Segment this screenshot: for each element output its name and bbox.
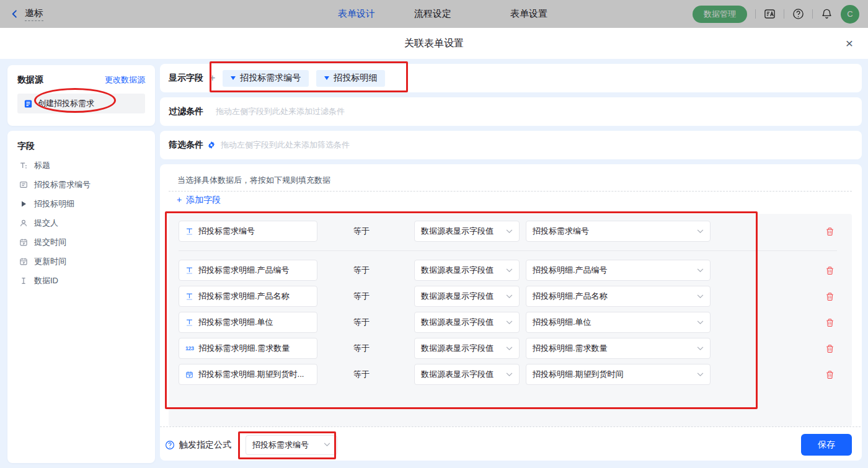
filter-condition-label: 过滤条件 xyxy=(169,106,203,117)
add-field-link[interactable]: +添加字段 xyxy=(177,195,221,206)
field-item-detail[interactable]: 招投标明细 xyxy=(7,194,155,213)
text-icon xyxy=(185,293,193,301)
chevron-down-icon xyxy=(697,229,704,234)
number-icon: 123 xyxy=(185,345,194,351)
chevron-down-icon xyxy=(506,268,513,273)
rule-row: 招投标需求编号 等于 数据源表显示字段值 招投标需求编号 xyxy=(179,221,842,242)
datasource-heading: 数据源 xyxy=(17,74,43,86)
field-item-label: 更新时间 xyxy=(34,256,66,267)
trash-icon[interactable] xyxy=(825,318,835,327)
expand-triangle-icon[interactable] xyxy=(19,201,29,207)
document-icon xyxy=(24,99,33,108)
trigger-formula-dropdown[interactable]: 招投标需求编号 xyxy=(246,435,337,455)
language-icon[interactable] xyxy=(764,8,776,20)
trash-icon[interactable] xyxy=(825,266,835,275)
field-item-submit-time[interactable]: 提交时间 xyxy=(7,232,155,252)
field-item-label: 招投标明细 xyxy=(34,198,74,210)
target-field-dropdown[interactable]: 招投标明细.需求数量 xyxy=(526,338,711,359)
back-button[interactable] xyxy=(10,9,19,19)
chevron-down-icon xyxy=(506,320,513,325)
filter-dropzone[interactable]: 拖动左侧字段到此处来添加过滤条件 xyxy=(216,106,345,117)
panel-footer: 触发指定公式 招投标需求编号 保存 xyxy=(165,429,852,461)
text-icon xyxy=(185,319,193,327)
tab-flow-settings[interactable]: 流程设定 xyxy=(414,8,451,20)
rule-field-box[interactable]: 123 招投标需求明细.需求数量 xyxy=(179,338,317,359)
filter-condition-row: 过滤条件 拖动左侧字段到此处来添加过滤条件 xyxy=(160,97,862,126)
trash-icon[interactable] xyxy=(825,344,835,353)
field-item-serial[interactable]: 招投标需求编号 xyxy=(7,175,155,194)
source-value-dropdown[interactable]: 数据源表显示字段值 xyxy=(414,364,520,385)
field-item-label: 招投标需求编号 xyxy=(34,179,91,190)
target-field-dropdown[interactable]: 招投标需求编号 xyxy=(526,221,711,242)
trash-icon[interactable] xyxy=(825,227,835,236)
source-value-dropdown[interactable]: 数据源表显示字段值 xyxy=(414,286,520,307)
top-bar: 邀标 表单设计 流程设定 表单设置 数据管理 xyxy=(0,0,868,28)
target-field-dropdown[interactable]: 招投标明细.产品名称 xyxy=(526,286,711,307)
id-icon xyxy=(19,276,29,285)
field-item-data-id[interactable]: 数据ID xyxy=(7,271,155,290)
field-item-label: 数据ID xyxy=(34,275,58,286)
rule-field-box[interactable]: 招投标需求明细.产品编号 xyxy=(179,260,317,281)
datasource-item[interactable]: 创建招投标需求 xyxy=(17,94,145,113)
equals-label: 等于 xyxy=(353,291,407,302)
back-chevron-icon xyxy=(10,9,19,19)
change-datasource-link[interactable]: 更改数据源 xyxy=(105,74,145,86)
equals-label: 等于 xyxy=(353,317,407,328)
form-name-label[interactable]: 邀标 xyxy=(25,7,43,21)
rule-field-box[interactable]: 招投标需求明细.期望到货时... xyxy=(179,364,317,385)
chevron-down-icon xyxy=(506,347,513,351)
screen-dropzone[interactable]: 拖动左侧字段到此处来添加筛选条件 xyxy=(221,139,350,151)
display-field-chip[interactable]: 招投标需求编号 xyxy=(223,70,309,87)
user-icon xyxy=(19,219,29,227)
target-field-dropdown[interactable]: 招投标明细.期望到货时间 xyxy=(526,364,711,385)
source-value-dropdown[interactable]: 数据源表显示字段值 xyxy=(414,221,520,242)
gear-icon[interactable] xyxy=(207,141,216,149)
divider xyxy=(755,9,756,19)
chip-label: 招投标需求编号 xyxy=(240,73,301,84)
notification-bell-icon[interactable] xyxy=(821,8,833,20)
trash-icon[interactable] xyxy=(825,292,835,301)
rule-row: 招投标需求明细.产品名称 等于 数据源表显示字段值 招投标明细.产品名称 xyxy=(179,286,842,307)
trash-icon[interactable] xyxy=(825,370,835,379)
save-button[interactable]: 保存 xyxy=(801,434,852,456)
chip-label: 招投标明细 xyxy=(334,73,377,84)
tab-form-settings[interactable]: 表单设置 xyxy=(510,8,547,20)
caret-down-icon xyxy=(324,76,329,80)
divider xyxy=(169,191,852,192)
close-icon[interactable]: × xyxy=(846,28,853,59)
data-manage-button[interactable]: 数据管理 xyxy=(693,6,747,23)
rule-field-box[interactable]: 招投标需求编号 xyxy=(179,221,317,242)
help-circle-icon[interactable] xyxy=(165,440,175,450)
source-value-dropdown[interactable]: 数据源表显示字段值 xyxy=(414,260,520,281)
avatar[interactable]: C xyxy=(841,5,859,24)
help-icon[interactable] xyxy=(792,8,804,20)
chevron-down-icon xyxy=(697,320,704,325)
chevron-down-icon xyxy=(506,294,513,299)
datasource-item-label: 创建招投标需求 xyxy=(38,98,94,109)
source-value-dropdown[interactable]: 数据源表显示字段值 xyxy=(414,312,520,333)
target-field-dropdown[interactable]: 招投标明细.产品编号 xyxy=(526,260,711,281)
field-item-submitter[interactable]: 提交人 xyxy=(7,213,155,232)
chevron-down-icon xyxy=(697,268,704,273)
field-item-title[interactable]: 标题 xyxy=(7,156,155,175)
app-screen: 邀标 表单设计 流程设定 表单设置 数据管理 xyxy=(0,0,868,468)
calendar-icon xyxy=(19,238,29,247)
rule-field-box[interactable]: 招投标需求明细.产品名称 xyxy=(179,286,317,307)
caret-down-icon xyxy=(231,76,236,80)
chevron-down-icon xyxy=(697,347,704,351)
title-icon xyxy=(19,161,29,170)
rule-field-box[interactable]: 招投标需求明细.单位 xyxy=(179,312,317,333)
field-item-update-time[interactable]: 更新时间 xyxy=(7,252,155,271)
target-field-dropdown[interactable]: 招投标明细.单位 xyxy=(526,312,711,333)
plus-icon: + xyxy=(177,195,182,205)
source-value-dropdown[interactable]: 数据源表显示字段值 xyxy=(414,338,520,359)
display-field-chip[interactable]: 招投标明细 xyxy=(316,70,385,87)
chevron-down-icon xyxy=(324,443,330,447)
tab-form-design[interactable]: 表单设计 xyxy=(338,8,375,20)
datasource-card: 数据源 更改数据源 创建招投标需求 xyxy=(7,65,155,126)
fields-heading: 字段 xyxy=(7,141,155,156)
display-fields-row: 显示字段 + 招投标需求编号 招投标明细 xyxy=(160,64,862,92)
equals-label: 等于 xyxy=(353,369,407,380)
add-display-field-icon[interactable]: + xyxy=(210,73,215,84)
screen-condition-row: 筛选条件 拖动左侧字段到此处来添加筛选条件 xyxy=(160,131,862,159)
